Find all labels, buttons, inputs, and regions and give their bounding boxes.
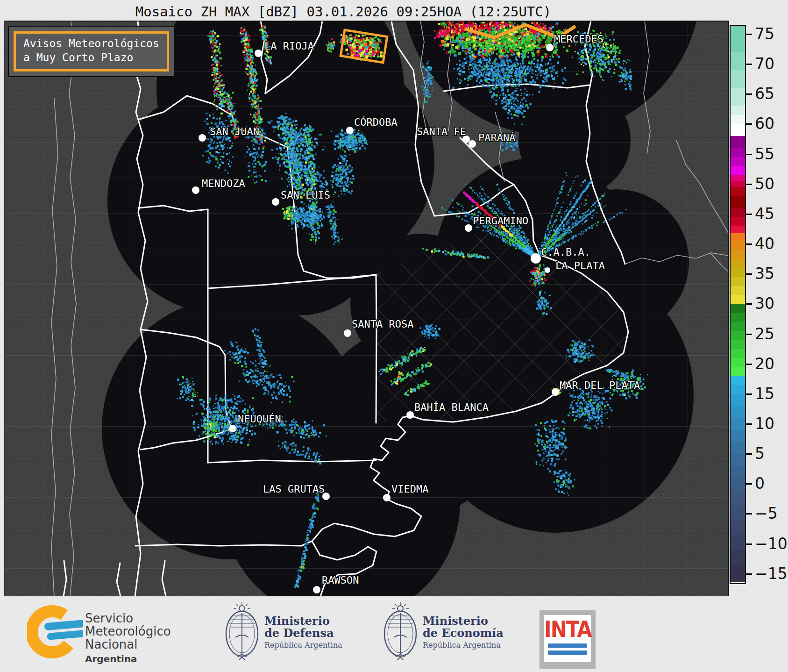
footer-logos: Servicio Meteorológico Nacional Argentin… (0, 596, 788, 672)
colorbar-segment (731, 331, 745, 340)
colorbar-segment (731, 313, 745, 322)
colorbar-tick (746, 154, 752, 155)
colorbar-tick-label: 40 (755, 235, 774, 253)
colorbar-segment (731, 550, 745, 565)
inta-logo: INTA (540, 610, 596, 669)
colorbar-segment (731, 259, 745, 268)
warning-box: Avisos Meteorológicosa Muy Corto Plazo (8, 26, 175, 77)
colorbar-segment (731, 358, 745, 367)
city-dot (313, 586, 320, 593)
colorbar-segment (731, 148, 745, 157)
colorbar-segment (731, 157, 745, 166)
colorbar-tick (746, 64, 752, 65)
colorbar-tick (746, 303, 752, 305)
colorbar-tick-label: 45 (755, 205, 774, 223)
city-dot (531, 253, 541, 264)
colorbar-segment (731, 277, 745, 286)
inta-bar-1 (548, 643, 587, 648)
colorbar-tick (746, 214, 752, 215)
radar-map: LA RIOJAMERCEDESSAN JUANCÓRDOBASANTA FEP… (0, 0, 788, 672)
colorbar-segment (731, 226, 745, 234)
colorbar-segment (731, 88, 745, 106)
colorbar-segment (731, 115, 745, 124)
colorbar-segment (731, 217, 745, 226)
inta-bar-2 (548, 651, 587, 655)
colorbar-segment (731, 565, 745, 582)
colorbar-tick-label: 25 (755, 324, 774, 343)
city-label: SANTA FE (417, 126, 466, 137)
colorbar-tick-label: 55 (755, 144, 774, 163)
colorbar-segment (731, 268, 745, 277)
colorbar-segment (731, 241, 745, 250)
city-dot (229, 425, 236, 432)
colorbar-segment (731, 394, 745, 406)
colorbar-tick-label: 65 (755, 85, 774, 103)
colorbar-segment (731, 442, 745, 454)
colorbar-tick-label: 60 (755, 114, 774, 133)
colorbar-segment (731, 208, 745, 217)
colorbar-tick (746, 34, 752, 35)
city-dot (406, 411, 414, 419)
colorbar-segment (731, 406, 745, 418)
province-border-line (376, 275, 376, 423)
colorbar-tick-label: 70 (755, 55, 774, 73)
colorbar-segment (731, 376, 745, 385)
city-dot (552, 388, 559, 396)
city-label: PERGAMINO (473, 215, 528, 227)
colorbar-segment (731, 70, 745, 88)
defensa-crest-icon (222, 596, 262, 672)
colorbar-tick (746, 543, 752, 545)
colorbar-segment (731, 187, 745, 196)
colorbar-segment (731, 52, 745, 70)
city-dot (346, 127, 354, 134)
colorbar-tick (746, 334, 752, 335)
city-label: LAS GRUTAS (263, 483, 325, 495)
colorbar-segment (731, 286, 745, 295)
city-label: C.A.B.A. (541, 246, 590, 258)
colorbar-segment (731, 322, 745, 331)
city-label: SANTA ROSA (352, 318, 413, 330)
city-dot (272, 198, 279, 206)
city-label: NEUQUÉN (238, 413, 281, 425)
economia-text: Ministerio de Economía República Argenti… (423, 615, 504, 650)
inta-wordmark: INTA (544, 616, 591, 642)
colorbar-tick-label: −5 (755, 504, 778, 522)
colorbar (730, 25, 746, 584)
city-label: LA PLATA (555, 260, 605, 272)
economia-line1: Ministerio (423, 615, 504, 627)
smn-line3: Nacional (85, 638, 171, 651)
city-label: BAHÍA BLANCA (414, 401, 489, 413)
colorbar-tick-label: 10 (755, 415, 774, 433)
colorbar-tick (746, 123, 752, 125)
economia-crest-icon (381, 596, 420, 672)
colorbar-tick-label: 50 (755, 174, 774, 193)
warning-line-2: a Muy Corto Plazo (23, 51, 133, 64)
smn-logo-icon (27, 596, 83, 672)
warning-line-1: Avisos Meteorológicos (23, 37, 159, 50)
colorbar-segment (731, 124, 745, 136)
city-label: MENDOZA (202, 178, 245, 189)
colorbar-tick (746, 573, 752, 575)
colorbar-segment (731, 295, 745, 304)
city-label: RAWSON (322, 574, 359, 586)
smn-line1: Servicio (85, 612, 171, 625)
defensa-text: Ministerio de Defensa República Argentin… (264, 615, 342, 650)
city-label: SAN JUAN (210, 126, 259, 137)
city-label: LA RIOJA (264, 40, 314, 52)
city-label: MERCEDES (554, 33, 603, 45)
colorbar-segment (731, 385, 745, 394)
smn-line4: Argentina (85, 652, 171, 665)
defensa-line1: Ministerio (264, 615, 342, 627)
colorbar-tick (746, 364, 752, 365)
city-dot (465, 224, 472, 232)
smn-line2: Meteorológico (85, 625, 171, 638)
city-dot (344, 329, 351, 337)
colorbar-tick (746, 273, 752, 275)
colorbar-segment (731, 367, 745, 376)
economia-line2: de Economía (423, 627, 504, 639)
colorbar-segment (731, 175, 745, 181)
city-dot (546, 44, 554, 51)
colorbar-tick (746, 243, 752, 245)
colorbar-segment (731, 490, 745, 505)
city-label: CÓRDOBA (354, 116, 398, 128)
